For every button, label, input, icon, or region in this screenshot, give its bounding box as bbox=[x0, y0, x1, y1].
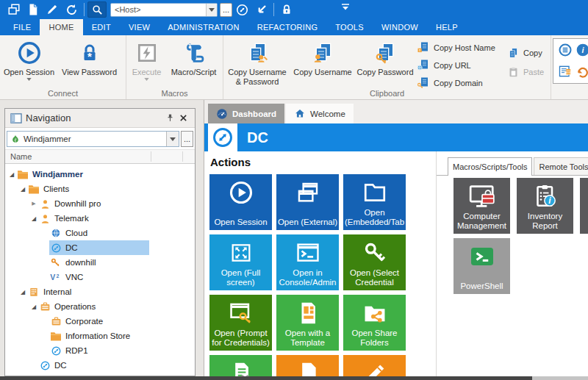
tool-tile-inventory-report[interactable]: iInventory Report bbox=[517, 178, 573, 234]
menu-tab-edit[interactable]: EDIT bbox=[83, 19, 120, 35]
tree-item-clients[interactable]: ◢Clients bbox=[6, 182, 194, 196]
toolbar-chevron-icon[interactable] bbox=[341, 4, 350, 10]
host-combobox[interactable]: <Host> bbox=[110, 3, 218, 17]
pin-icon[interactable] bbox=[163, 112, 176, 125]
tree-item-windjammer[interactable]: ▶Windjammer bbox=[6, 373, 194, 375]
action-tile-open-embedded-tab[interactable]: Open (Embedded/Tab bbox=[343, 174, 406, 230]
action-tile-open-session[interactable]: Open Session bbox=[209, 174, 272, 230]
new-window-icon[interactable] bbox=[4, 1, 24, 18]
vault-dropdown-icon[interactable] bbox=[166, 132, 179, 146]
menu-tab-home[interactable]: HOME bbox=[40, 19, 82, 35]
new-file-icon[interactable] bbox=[24, 1, 43, 18]
tree-item-telemark[interactable]: ◢Telemark bbox=[6, 211, 194, 226]
tree-item-cloud[interactable]: Cloud bbox=[6, 226, 194, 240]
tree-item-information-store[interactable]: Information Store bbox=[6, 329, 194, 343]
tools-grid: Computer ManagementiInventory ReportPowe… bbox=[453, 178, 588, 380]
column-separator bbox=[182, 151, 183, 162]
tool-tile-powershell[interactable]: PowerShell bbox=[453, 238, 510, 294]
lock-asterisk-icon: * bbox=[79, 40, 101, 66]
copy-url-button[interactable]: Copy URL bbox=[416, 57, 506, 74]
host-dropdown-icon[interactable] bbox=[206, 4, 217, 16]
expander-collapsed-icon[interactable]: ▶ bbox=[29, 201, 38, 207]
paste-button[interactable]: Paste bbox=[506, 63, 550, 81]
tools-panel: Macros/Scripts/ToolsRemote Tools Compute… bbox=[436, 151, 588, 380]
refresh-icon[interactable] bbox=[62, 1, 81, 18]
open-session-button[interactable]: Open Session bbox=[3, 38, 56, 81]
copy-password-button[interactable]: Copy Password bbox=[354, 38, 416, 77]
tree-item-dc[interactable]: DC bbox=[6, 240, 194, 255]
tree-item-rdp1[interactable]: RDP1 bbox=[6, 343, 194, 358]
tile-label: Open (Full screen) bbox=[210, 268, 271, 287]
tree-item-corporate[interactable]: Corporate bbox=[6, 314, 194, 329]
view-password-button[interactable]: * View Password bbox=[56, 38, 123, 77]
dropdown-arrow-icon bbox=[26, 78, 32, 81]
rdp-icon bbox=[38, 359, 51, 371]
documents-user-key-icon bbox=[245, 40, 269, 66]
menu-tab-administration[interactable]: ADMINISTRATION bbox=[159, 19, 248, 35]
tools-tab-remote-tools[interactable]: Remote Tools bbox=[534, 157, 588, 175]
macro-script-button[interactable]: Macro/Script bbox=[166, 38, 222, 77]
document-coins-icon[interactable] bbox=[558, 64, 573, 79]
rdp-session-icon[interactable] bbox=[232, 1, 251, 18]
dashboard-content: Actions Open SessionOpen (External)Open … bbox=[204, 151, 588, 380]
arrow-down-left-icon[interactable] bbox=[251, 1, 270, 18]
copy-host-name-button[interactable]: Copy Host Name bbox=[416, 39, 506, 57]
tool-tile-computer-management[interactable]: Computer Management bbox=[453, 178, 510, 234]
vault-combobox[interactable]: Windjammer bbox=[7, 131, 179, 147]
lock-icon[interactable] bbox=[277, 1, 296, 18]
expander-expanded-icon[interactable]: ◢ bbox=[29, 304, 38, 310]
tool-tile-cut[interactable] bbox=[580, 178, 588, 234]
copy-username-password-button[interactable]: Copy Username & Password bbox=[223, 38, 291, 87]
a-ext-icon bbox=[276, 178, 339, 207]
copy-username-button[interactable]: Copy Username bbox=[291, 38, 354, 77]
a-key-icon bbox=[343, 238, 406, 268]
menu-tab-help[interactable]: HELP bbox=[427, 19, 467, 35]
expander-expanded-icon[interactable]: ◢ bbox=[29, 215, 38, 222]
tree-item-windjammer[interactable]: ◢Windjammer bbox=[6, 167, 194, 182]
tab-dashboard[interactable]: Dashboard bbox=[208, 104, 284, 123]
tree-column-header[interactable]: Name bbox=[5, 149, 195, 164]
menu-tab-refactoring[interactable]: REFACTORING bbox=[248, 19, 327, 35]
tree-item-label: Windjammer bbox=[29, 170, 83, 179]
list-circle-icon[interactable] bbox=[558, 43, 573, 57]
svg-text:*: * bbox=[87, 50, 92, 62]
tree-item-downhill-pro[interactable]: ▶Downhill pro bbox=[6, 196, 194, 211]
tools-tab-macros-scripts-tools[interactable]: Macros/Scripts/Tools bbox=[448, 157, 532, 176]
menu-tab-tools[interactable]: TOOLS bbox=[326, 19, 373, 35]
expander-expanded-icon[interactable]: ◢ bbox=[18, 186, 27, 193]
group-label-macros: Macros bbox=[126, 89, 223, 98]
execute-button[interactable]: Execute bbox=[128, 38, 166, 81]
tree-item-internal[interactable]: ◢Internal bbox=[6, 284, 194, 299]
menu-tab-file[interactable]: FILE bbox=[4, 19, 40, 35]
search-icon[interactable] bbox=[87, 1, 107, 18]
a-play-icon bbox=[209, 178, 272, 207]
undo-arrow-icon[interactable] bbox=[576, 64, 588, 79]
expander-expanded-icon[interactable]: ◢ bbox=[7, 171, 16, 178]
close-icon[interactable] bbox=[176, 112, 190, 125]
action-tile-open-select-credential[interactable]: Open (Select Credential bbox=[343, 234, 406, 290]
info-circle-icon[interactable]: i bbox=[576, 43, 588, 57]
action-tile-open-prompt-for-credentials[interactable]: Open (Prompt for Credentials) bbox=[209, 295, 272, 351]
tree-item-label: Downhill pro bbox=[51, 199, 101, 208]
nav-tree: ◢Windjammer◢Clients▶Downhill pro◢Telemar… bbox=[6, 167, 194, 375]
tree-item-downhill[interactable]: downhill bbox=[6, 255, 194, 270]
action-tile-open-with-a-template[interactable]: Open with a Template bbox=[276, 295, 339, 351]
tree-item-dc[interactable]: DC bbox=[6, 358, 194, 373]
host-browse-button[interactable]: ... bbox=[220, 3, 232, 17]
vault-browse-button[interactable]: ... bbox=[181, 131, 193, 147]
tree-item-operations[interactable]: ◢Operations bbox=[6, 299, 194, 314]
expander-expanded-icon[interactable]: ◢ bbox=[18, 289, 27, 295]
copy-button[interactable]: Copy bbox=[506, 44, 550, 62]
action-tile-open-full-screen[interactable]: Open (Full screen) bbox=[209, 234, 272, 290]
copy-icon bbox=[506, 46, 520, 60]
action-tile-open-external[interactable]: Open (External) bbox=[276, 174, 339, 230]
tree-item-vnc[interactable]: V2VNC bbox=[6, 270, 194, 284]
menu-tab-view[interactable]: VIEW bbox=[120, 19, 159, 35]
building2-icon bbox=[16, 374, 29, 375]
action-tile-open-share-folders[interactable]: Open Share Folders bbox=[343, 295, 406, 351]
menu-tab-window[interactable]: WINDOW bbox=[373, 19, 427, 35]
host-value: <Host> bbox=[111, 5, 206, 14]
action-tile-open-in-console-admin[interactable]: Open in Console/Admin bbox=[276, 234, 339, 290]
edit-icon[interactable] bbox=[43, 1, 62, 18]
tab-welcome[interactable]: Welcome bbox=[286, 104, 354, 123]
